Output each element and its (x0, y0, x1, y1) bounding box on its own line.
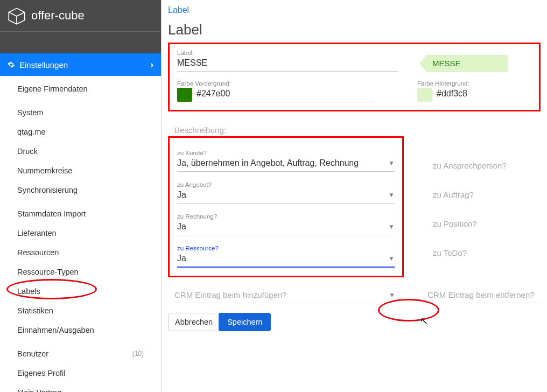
bg-color-input[interactable] (437, 87, 496, 102)
label-preview-text: MESSE (432, 59, 461, 68)
sidebar-item-qtagme[interactable]: qtag.me (0, 122, 161, 142)
nav-label: Mein Vertrag (17, 388, 61, 392)
dd-zu-ansprechperson[interactable]: zu Ansprechperson? (433, 161, 541, 171)
annotation-red-box-2: zu Kunde? Ja, übernehmen in Angebot, Auf… (168, 136, 404, 277)
nav-label: Ressourcen (17, 248, 59, 257)
dd-zu-auftrag[interactable]: zu Auftrag? (433, 190, 541, 200)
chevron-down-icon: ▼ (388, 223, 395, 230)
sidebar-item-nummernkreise[interactable]: Nummernkreise (0, 161, 161, 180)
sidebar-header-settings[interactable]: Einstellungen › (0, 53, 161, 76)
nav-label: Eigene Firmendaten (17, 85, 88, 93)
nav-label: Benutzer (17, 349, 48, 358)
gear-icon (8, 61, 15, 68)
cursor-icon: ↖ (420, 315, 428, 327)
bg-color-label: Farbe Hintergrund: (417, 80, 496, 87)
dd-zu-angebot[interactable]: zu Angebot? Ja▼ (177, 181, 395, 204)
main-content: Label Label Label: MESSE Farbe Vordergru… (162, 0, 547, 392)
sidebar-item-synchronisierung[interactable]: Synchronisierung (0, 180, 161, 200)
sidebar-item-einnahmen-ausgaben[interactable]: Einnahmen/Ausgaben (0, 320, 161, 340)
dd-value: Ja (177, 190, 388, 200)
label-field-label: Label: (177, 50, 414, 56)
nav-label: Stammdaten Import (17, 209, 86, 218)
label-preview-tag: MESSE (427, 55, 508, 72)
brand-bar: offer-cube (0, 0, 161, 31)
nav-label: Labels (17, 287, 40, 296)
sidebar-item-stammdaten-import[interactable]: Stammdaten Import (0, 204, 161, 223)
dd-label: zu Rechnung? (177, 213, 395, 220)
nav-label: System (17, 108, 43, 117)
breadcrumb[interactable]: Label (162, 0, 547, 19)
sidebar-dark-strip (0, 31, 161, 53)
dd-value: Ja (177, 254, 388, 263)
dd-placeholder: zu Ansprechperson? (433, 161, 507, 170)
chevron-down-icon: ▼ (389, 291, 395, 299)
dd-placeholder: CRM Eintrag beim entfernen? (427, 290, 541, 299)
nav-label: Nummernkreise (17, 166, 72, 175)
dd-zu-position[interactable]: zu Position? (433, 219, 541, 229)
form-button-row: Abbrechen Speichern ↖ (162, 303, 547, 331)
dd-label: zu Ressource? (177, 245, 395, 251)
nav-label: Einnahmen/Ausgaben (17, 326, 94, 334)
fg-color-swatch[interactable] (177, 88, 192, 102)
sidebar-item-mein-vertrag[interactable]: Mein Vertrag (0, 383, 161, 392)
brand-name: offer-cube (31, 9, 85, 23)
dd-placeholder: zu ToDo? (433, 248, 467, 257)
dd-crm-add[interactable]: CRM Eintrag beim hinzufügen? ▼ (174, 290, 395, 303)
sidebar: offer-cube Einstellungen › Eigene Firmen… (0, 0, 162, 392)
sidebar-item-druck[interactable]: Druck (0, 142, 161, 161)
nav-label: Lieferanten (17, 229, 57, 237)
dd-crm-remove[interactable]: CRM Eintrag beim entfernen? (427, 290, 541, 303)
sidebar-header-label: Einstellungen (19, 60, 68, 69)
sidebar-item-labels[interactable]: Labels (0, 282, 161, 301)
chevron-down-icon: ▼ (388, 191, 395, 199)
fg-color-input[interactable] (197, 87, 374, 102)
dd-zu-rechnung[interactable]: zu Rechnung? Ja▼ (177, 213, 395, 235)
dd-zu-ressource[interactable]: zu Ressource? Ja▼ (177, 245, 395, 268)
sidebar-item-system[interactable]: System (0, 103, 161, 122)
sidebar-item-ressourcen[interactable]: Ressourcen (0, 243, 161, 262)
dd-placeholder: CRM Eintrag beim hinzufügen? (174, 290, 389, 299)
dd-label: zu Angebot? (177, 181, 395, 188)
nav-label: qtag.me (17, 128, 45, 136)
sidebar-item-ressource-typen[interactable]: Ressource-Typen (0, 262, 161, 282)
sidebar-nav-list: Eigene Firmendaten System qtag.me Druck … (0, 76, 161, 392)
annotation-red-box-1: Label: MESSE Farbe Vordergrund: Farbe Hi… (168, 43, 541, 111)
sidebar-item-lieferanten[interactable]: Lieferanten (0, 223, 161, 243)
cancel-button[interactable]: Abbrechen (168, 313, 220, 331)
dd-zu-kunde[interactable]: zu Kunde? Ja, übernehmen in Angebot, Auf… (177, 150, 395, 172)
nav-label: Druck (17, 147, 38, 156)
dd-value: Ja (177, 222, 388, 232)
sidebar-item-eigene-firmendaten[interactable]: Eigene Firmendaten (0, 79, 161, 99)
dd-value: Ja, übernehmen in Angebot, Auftrag, Rech… (177, 158, 388, 168)
dd-zu-todo[interactable]: zu ToDo? (433, 248, 541, 258)
save-button[interactable]: Speichern (219, 313, 271, 331)
nav-label: Statistiken (17, 306, 53, 315)
page-title: Label (162, 19, 547, 43)
nav-label: Ressource-Typen (17, 268, 79, 276)
dd-label: zu Kunde? (177, 150, 395, 156)
benutzer-count: (10) (132, 350, 144, 358)
nav-label: Synchronisierung (17, 186, 78, 194)
dd-placeholder: zu Position? (433, 219, 477, 228)
bg-color-swatch[interactable] (417, 88, 432, 102)
label-name-input[interactable] (177, 56, 398, 72)
chevron-down-icon: ▼ (388, 159, 395, 167)
dd-placeholder: zu Auftrag? (433, 190, 474, 199)
sidebar-item-benutzer[interactable]: Benutzer(10) (0, 344, 161, 363)
sidebar-item-statistiken[interactable]: Statistiken (0, 301, 161, 320)
cube-logo-icon (5, 5, 28, 26)
chevron-right-icon: › (150, 59, 153, 71)
description-label: Beschreibung: (174, 125, 226, 135)
nav-label: Eigenes Profil (17, 369, 65, 377)
sidebar-item-eigenes-profil[interactable]: Eigenes Profil (0, 363, 161, 383)
chevron-down-icon: ▼ (388, 255, 395, 262)
fg-color-label: Farbe Vordergrund: (177, 80, 374, 87)
